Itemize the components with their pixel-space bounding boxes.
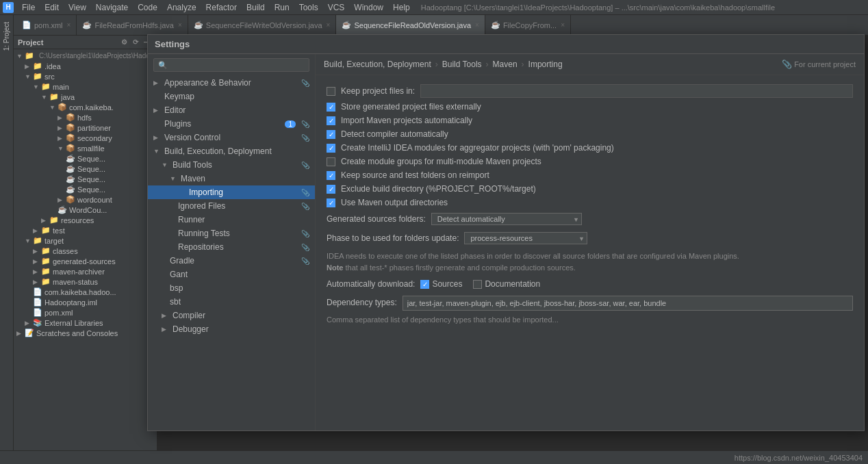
exclude-build-checkbox[interactable]: ✓ [327,185,335,194]
tree-resources[interactable]: ▶ 📁 resources [14,215,157,225]
tree-wordcount[interactable]: ▶ 📦 wordcount [14,194,157,205]
phase-select[interactable]: process-resources [464,232,587,244]
tab-seqread[interactable]: ☕ SequenceFileReadOldVersion.java × [336,15,485,35]
tree-secondary[interactable]: ▶ 📦 secondary [14,133,157,143]
tree-partitioner[interactable]: ▶ 📦 partitioner [14,123,157,133]
nav-runner[interactable]: Runner [148,213,315,227]
v-tab-project[interactable]: 1: Project [1,18,12,55]
create-intellij-checkbox[interactable]: ✓ [327,144,335,153]
panel-gear-icon[interactable]: ⚙ [119,38,129,47]
tree-test[interactable]: ▶ 📁 test [14,225,157,235]
tree-external-libs[interactable]: ▶ 📚 External Libraries [14,318,157,328]
settings-search-input[interactable] [153,58,309,72]
nav-debugger[interactable]: ▶ Debugger [148,322,315,336]
tree-maven-status[interactable]: ▶ 📁 maven-status [14,276,157,287]
tree-classes[interactable]: ▶ 📁 classes [14,246,157,256]
running-tests-label: Running Tests [178,229,230,238]
menu-view[interactable]: View [64,1,90,14]
tree-wordcou-java[interactable]: ☕ WordCou... [14,205,157,215]
tree-seque1[interactable]: ☕ Seque... [14,153,157,164]
tree-scratches[interactable]: ▶ 📝 Scratches and Consoles [14,328,157,338]
sources-checkbox[interactable]: ✓ [420,280,429,289]
nav-editor[interactable]: ▶ Editor [148,103,315,117]
nav-plugins[interactable]: Plugins 1 📎 [148,117,315,131]
nav-importing[interactable]: Importing 📎 [148,185,315,199]
dep-types-input[interactable] [403,296,853,311]
keep-project-files-input[interactable] [420,84,853,98]
gen-sources-icon: 📁 [41,257,51,266]
tree-main[interactable]: ▼ 📁 main [14,81,157,92]
nav-maven[interactable]: ▼ Maven [148,172,315,185]
panel-settings-icon[interactable]: ⟳ [131,38,140,47]
create-module-groups-checkbox[interactable] [327,157,335,166]
tree-com-kaikeba-hadoo[interactable]: 📄 com.kaikeba.hadoo... [14,287,157,297]
tree-seque2[interactable]: ☕ Seque... [14,164,157,174]
tree-generated-sources[interactable]: ▶ 📁 generated-sources [14,256,157,266]
editor-arrow: ▶ [153,107,162,114]
menu-refactor[interactable]: Refactor [202,1,241,14]
menu-help[interactable]: Help [389,1,414,14]
menu-navigate[interactable]: Navigate [92,1,132,14]
gant-label: Gant [170,270,188,279]
use-maven-checkbox[interactable]: ✓ [327,198,335,207]
tree-com-kaikeba[interactable]: ▼ 📦 com.kaikeba. [14,102,157,112]
close-tab-seqread[interactable]: × [475,21,479,29]
tree-seque3[interactable]: ☕ Seque... [14,174,157,184]
nav-version-control[interactable]: ▶ Version Control 📎 [148,131,315,144]
close-tab-filecopy[interactable]: × [561,21,565,29]
store-generated-row: ✓ Store generated project files external… [327,100,853,114]
tree-idea[interactable]: ▶ 📁 .idea [14,61,157,71]
menu-file[interactable]: File [18,1,39,14]
tree-target[interactable]: ▼ 📁 target [14,235,157,246]
tree-maven-archiver[interactable]: ▶ 📁 maven-archiver [14,266,157,276]
nav-appearance[interactable]: ▶ Appearance & Behavior 📎 [148,76,315,90]
close-tab-seqwrite[interactable]: × [327,21,331,29]
nav-ignored-files[interactable]: Ignored Files 📎 [148,199,315,213]
target-arrow: ▼ [25,237,33,244]
settings-form: Keep project files in: ✓ Store generated… [316,75,864,430]
running-tests-ext: 📎 [301,230,309,237]
tree-smallfile[interactable]: ▼ 📦 smallfile [14,143,157,153]
menu-code[interactable]: Code [133,1,162,14]
tree-root[interactable]: ▼ 📁 Hadooptang C:\Users\tanglei1\IdeaPro… [14,51,157,61]
project-icon: 📁 [25,51,34,60]
nav-keymap[interactable]: Keymap [148,90,315,103]
nav-compiler[interactable]: ▶ Compiler [148,309,315,322]
tree-src[interactable]: ▼ 📁 src [14,71,157,81]
store-generated-checkbox[interactable]: ✓ [327,103,335,112]
java-folder-icon: 📁 [49,92,59,101]
menu-vcs[interactable]: VCS [324,1,349,14]
nav-bsp[interactable]: bsp [148,281,315,295]
menu-run[interactable]: Run [270,1,294,14]
tree-java[interactable]: ▼ 📁 java [14,92,157,102]
close-tab-pom-xml[interactable]: × [67,21,71,29]
documentation-checkbox[interactable] [473,280,482,289]
tree-pom-xml[interactable]: 📄 pom.xml [14,307,157,318]
tree-seque4[interactable]: ☕ Seque... [14,184,157,194]
menu-edit[interactable]: Edit [40,1,63,14]
tree-hdfs[interactable]: ▶ 📦 hdfs [14,112,157,123]
close-tab-fileread[interactable]: × [178,21,182,29]
nav-build-tools[interactable]: ▼ Build Tools 📎 [148,158,315,172]
detect-compiler-checkbox[interactable]: ✓ [327,130,335,139]
nav-sbt[interactable]: sbt [148,295,315,309]
tab-seqwrite[interactable]: ☕ SequenceFileWriteOldVersion.java × [188,15,337,35]
menu-window[interactable]: Window [350,1,387,14]
tab-filecopy[interactable]: ☕ FileCopyFrom... × [485,15,571,35]
menu-tools[interactable]: Tools [295,1,322,14]
generated-sources-select[interactable]: Detect automatically [431,213,582,225]
menu-analyze[interactable]: Analyze [163,1,201,14]
tab-pom-xml[interactable]: 📄 pom.xml × [16,15,77,35]
for-current-project: 📎 For current project [782,60,856,69]
menu-build[interactable]: Build [242,1,269,14]
keep-project-files-checkbox[interactable] [327,87,335,96]
keep-source-checkbox[interactable]: ✓ [327,171,335,180]
import-maven-checkbox[interactable]: ✓ [327,116,335,125]
nav-running-tests[interactable]: Running Tests 📎 [148,227,315,240]
tree-hadooptang-iml[interactable]: 📄 Hadooptang.iml [14,297,157,307]
nav-repositories[interactable]: Repositories 📎 [148,240,315,254]
tab-fileread[interactable]: ☕ FileReadFromHdfs.java × [77,15,188,35]
nav-build-exec[interactable]: ▼ Build, Execution, Deployment [148,144,315,158]
nav-gradle[interactable]: Gradle 📎 [148,254,315,268]
nav-gant[interactable]: Gant [148,268,315,281]
